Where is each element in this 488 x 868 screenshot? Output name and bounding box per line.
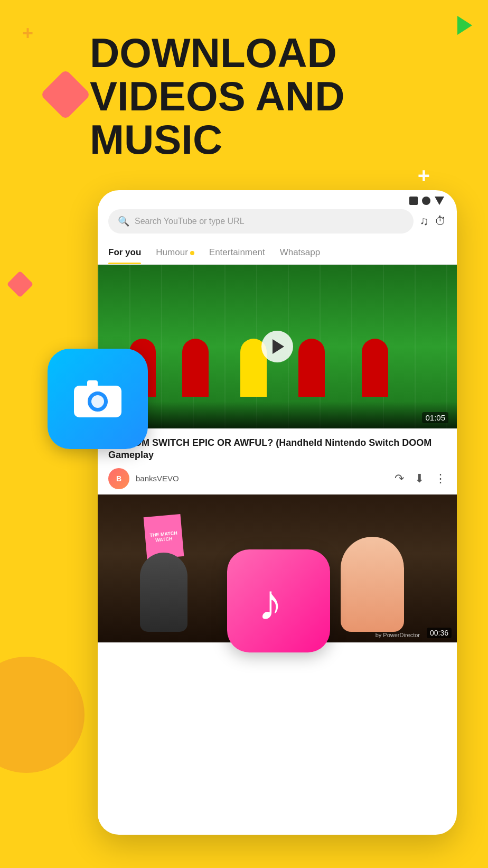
video-card-1: 23K Views 01:05 — [98, 265, 457, 428]
player-2 — [182, 339, 209, 397]
video-channel-row-1: B banksVEVO ↷ ⬇ ⋮ — [108, 468, 446, 489]
status-circle — [422, 197, 430, 205]
tab-humour-dot — [190, 251, 194, 255]
share-icon[interactable]: ↷ — [395, 472, 404, 486]
deco-plus-mid: + — [418, 164, 430, 188]
tab-entertainment[interactable]: Entertainment — [209, 242, 265, 264]
video-title-1: IS DOOM SWITCH EPIC OR AWFUL? (Handheld … — [108, 437, 446, 462]
tab-for-you[interactable]: For you — [108, 242, 141, 264]
camera-app-icon[interactable] — [48, 349, 148, 449]
search-icon: 🔍 — [118, 216, 129, 227]
video-play-button-1[interactable] — [261, 331, 293, 362]
scene-person-dark — [140, 553, 187, 632]
download-icon[interactable]: ⬇ — [415, 472, 424, 486]
history-icon[interactable]: ⏱ — [435, 214, 446, 228]
search-placeholder-text: Search YouTube or type URL — [135, 217, 245, 226]
video-duration-2: 00:36 — [427, 628, 452, 638]
tab-humour[interactable]: Humour — [156, 242, 194, 264]
scene-person-light — [341, 537, 404, 632]
video-action-icons-1: ↷ ⬇ ⋮ — [395, 472, 446, 486]
phone-status-bar — [98, 190, 457, 209]
status-triangle — [435, 197, 444, 205]
play-triangle-icon — [273, 339, 284, 354]
player-5 — [362, 339, 388, 397]
camera-icon-svg — [71, 372, 124, 425]
video-duration-1: 01:05 — [422, 412, 448, 423]
channel-avatar-1: B — [108, 468, 129, 489]
phone-mockup: 🔍 Search YouTube or type URL ♫ ⏱ For you… — [98, 190, 457, 835]
search-bar[interactable]: 🔍 Search YouTube or type URL — [108, 209, 414, 234]
music-library-icon[interactable]: ♫ — [420, 214, 429, 228]
deco-diamond-left — [40, 69, 91, 120]
svg-text:♪: ♪ — [258, 574, 283, 630]
player-4 — [298, 339, 325, 397]
tab-whatsapp[interactable]: Whatsapp — [280, 242, 321, 264]
video-info-1: IS DOOM SWITCH EPIC OR AWFUL? (Handheld … — [98, 428, 457, 494]
music-note-svg: ♪ — [252, 572, 305, 630]
hero-line3: MUSIC — [90, 118, 345, 162]
hero-line1: DOWNLOAD — [90, 32, 345, 75]
video-meta-bar-1: 23K Views 01:05 — [98, 402, 457, 428]
sticky-note-text: THE MATCH WATCH — [145, 528, 183, 546]
svg-point-2 — [91, 395, 104, 408]
deco-play-icon — [457, 16, 472, 35]
search-container: 🔍 Search YouTube or type URL ♫ ⏱ — [98, 209, 457, 242]
more-options-icon[interactable]: ⋮ — [435, 472, 446, 486]
channel-name-1: banksVEVO — [136, 474, 388, 483]
svg-rect-3 — [87, 380, 98, 388]
deco-diamond-mid — [7, 271, 34, 298]
status-square — [409, 197, 418, 205]
hero-title: DOWNLOAD VIDEOS AND MUSIC — [90, 32, 345, 162]
powerdirector-badge: by PowerDirector — [376, 632, 420, 638]
deco-circle-bottom — [0, 657, 85, 773]
tab-bar: For you Humour Entertainment Whatsapp — [98, 242, 457, 265]
music-app-icon[interactable]: ♪ — [227, 549, 330, 652]
deco-plus-top-left: + — [22, 22, 33, 44]
hero-line2: VIDEOS AND — [90, 75, 345, 118]
